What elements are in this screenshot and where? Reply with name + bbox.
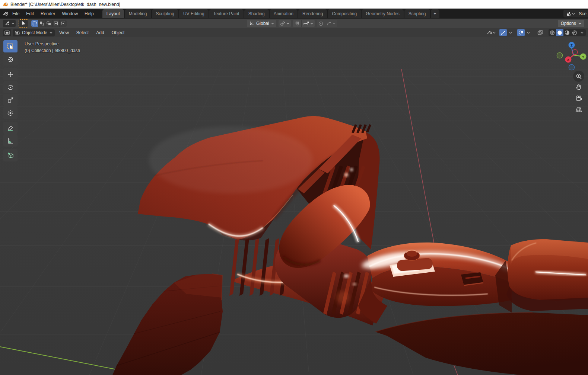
shading-wireframe-button[interactable] xyxy=(549,29,556,36)
scene-selector[interactable]: Sce xyxy=(563,10,588,17)
proportional-editing-button[interactable] xyxy=(317,20,325,27)
tool-annotate[interactable] xyxy=(3,122,18,134)
tool-add-cube[interactable] xyxy=(3,149,18,161)
menu-file[interactable]: File xyxy=(9,10,23,18)
select-box-tool-button[interactable] xyxy=(19,19,28,28)
shading-material-button[interactable] xyxy=(563,29,571,36)
window-title: Blender* [C:\Users\Milen\Desktop\etk_das… xyxy=(10,2,120,7)
measure-icon xyxy=(7,137,14,144)
blender-app-icon xyxy=(3,1,8,7)
overlays-icon xyxy=(518,30,524,35)
show-gizmos-toggle[interactable] xyxy=(499,29,507,36)
active-tool-dropdown[interactable] xyxy=(3,20,16,27)
tool-transform[interactable] xyxy=(3,107,18,119)
scene-name[interactable]: Sce xyxy=(577,11,588,16)
scene-browse-button[interactable] xyxy=(563,10,577,17)
cursor-3d-icon xyxy=(7,56,14,63)
gizmos-dropdown[interactable] xyxy=(507,29,514,36)
tab-scripting[interactable]: Scripting xyxy=(404,9,430,18)
tab-animation[interactable]: Animation xyxy=(270,9,298,18)
selection-mode-extend[interactable] xyxy=(38,20,45,27)
scene-icon xyxy=(565,11,571,16)
orientation-label: Global xyxy=(256,21,269,26)
tool-measure[interactable] xyxy=(3,134,18,147)
selection-mode-subtract[interactable] xyxy=(45,20,53,27)
solid-shading-icon xyxy=(557,30,562,35)
blender-logo-icon[interactable] xyxy=(2,11,9,16)
object-visibility-dropdown[interactable] xyxy=(486,29,496,36)
svg-text:Z: Z xyxy=(570,43,573,47)
add-cube-icon xyxy=(7,152,14,159)
menu-help[interactable]: Help xyxy=(81,10,97,18)
selection-mode-new[interactable] xyxy=(31,20,38,27)
overlays-dropdown[interactable] xyxy=(525,29,532,36)
tab-layout[interactable]: Layout xyxy=(102,9,124,18)
chevron-down-icon xyxy=(578,22,581,25)
tool-move[interactable] xyxy=(3,68,18,80)
selection-mode-invert[interactable] xyxy=(53,20,60,27)
chevron-down-icon xyxy=(581,32,584,34)
active-object-label: (0) Collection | etk800_dash xyxy=(25,47,80,54)
selection-mode-intersect[interactable] xyxy=(60,20,67,27)
proportional-falloff-dropdown[interactable] xyxy=(325,20,337,27)
material-preview-icon xyxy=(565,30,570,35)
snap-toggle-button[interactable] xyxy=(293,20,301,27)
tool-scale[interactable] xyxy=(3,94,18,106)
shading-solid-button[interactable] xyxy=(556,29,563,36)
snap-target-dropdown[interactable] xyxy=(301,20,315,27)
xray-toggle[interactable] xyxy=(537,29,544,36)
camera-view-button[interactable] xyxy=(573,93,584,104)
gizmo-icon xyxy=(500,30,506,35)
blender-window: Blender* [C:\Users\Milen\Desktop\etk_das… xyxy=(0,0,588,375)
object-mode-icon xyxy=(15,31,20,35)
svg-text:X: X xyxy=(567,58,570,62)
viewport-header: Object Mode View Select Add Object xyxy=(0,28,588,37)
wireframe-icon xyxy=(550,30,555,35)
mode-dropdown[interactable]: Object Mode xyxy=(13,29,55,36)
zoom-button[interactable] xyxy=(573,71,584,82)
workspace-tabs: Layout Modeling Sculpting UV Editing Tex… xyxy=(102,9,439,19)
show-overlays-toggle[interactable] xyxy=(517,29,525,36)
menu-view[interactable]: View xyxy=(56,29,72,36)
tab-geometry-nodes[interactable]: Geometry Nodes xyxy=(362,9,404,18)
menu-render[interactable]: Render xyxy=(37,10,58,18)
shading-rendered-button[interactable] xyxy=(571,29,578,36)
tab-texture-paint[interactable]: Texture Paint xyxy=(209,9,244,18)
tool-select-box[interactable] xyxy=(3,40,18,52)
chevron-down-icon xyxy=(333,22,336,25)
tab-modeling[interactable]: Modeling xyxy=(125,9,151,18)
tab-sculpting[interactable]: Sculpting xyxy=(152,9,178,18)
navigation-gizmo[interactable]: Z Y X xyxy=(552,40,588,74)
menu-select[interactable]: Select xyxy=(73,29,92,36)
tab-uv-editing[interactable]: UV Editing xyxy=(179,9,209,18)
chevron-down-icon xyxy=(12,23,14,25)
menu-window[interactable]: Window xyxy=(58,10,81,18)
gizmo-y-axis[interactable]: Y xyxy=(580,54,587,60)
menu-add[interactable]: Add xyxy=(93,29,107,36)
tab-compositing[interactable]: Compositing xyxy=(328,9,361,18)
tool-cursor[interactable] xyxy=(3,53,18,65)
gizmo-z-axis[interactable]: Z xyxy=(569,42,575,48)
add-workspace-button[interactable]: + xyxy=(431,9,439,18)
viewport-3d[interactable]: User Perspective (0) Collection | etk800… xyxy=(0,37,588,375)
shading-dropdown[interactable] xyxy=(578,29,586,36)
viewport-info-overlay: User Perspective (0) Collection | etk800… xyxy=(25,41,80,54)
pan-button[interactable] xyxy=(573,81,584,93)
options-button[interactable]: Options xyxy=(558,20,584,27)
tool-rotate[interactable] xyxy=(3,81,18,93)
menu-edit[interactable]: Edit xyxy=(23,10,37,18)
chevron-down-icon xyxy=(527,32,530,34)
transform-orientation-dropdown[interactable]: Global xyxy=(247,20,276,27)
orientation-axes-icon xyxy=(249,21,254,26)
tab-rendering[interactable]: Rendering xyxy=(298,9,327,18)
select-box-icon xyxy=(7,43,14,50)
menu-object[interactable]: Object xyxy=(109,29,128,36)
toggle-ortho-button[interactable] xyxy=(573,104,584,115)
pivot-point-dropdown[interactable] xyxy=(279,20,291,27)
editor-type-button[interactable] xyxy=(3,29,11,36)
tab-shading[interactable]: Shading xyxy=(244,9,269,18)
options-label: Options xyxy=(561,21,576,26)
tool-settings-bar: Global xyxy=(0,19,588,28)
gizmo-x-axis[interactable]: X xyxy=(565,57,572,63)
chevron-down-icon xyxy=(509,32,512,34)
